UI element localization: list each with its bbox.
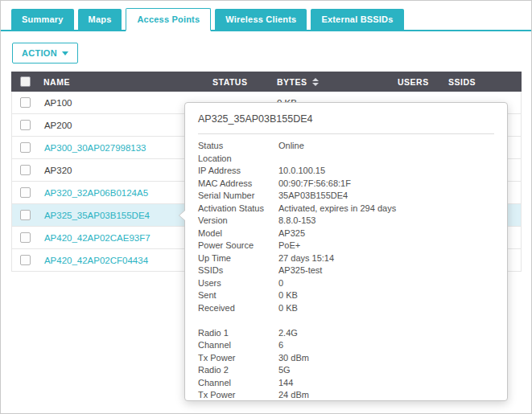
popover-field-row: Version 8.8.0-153 [198,215,494,227]
column-header-status[interactable]: STATUS [208,77,272,87]
row-checkbox-cell [12,142,39,153]
popover-field-label: Status [198,140,278,153]
popover-field-row [198,314,494,327]
row-checkbox[interactable] [20,210,31,220]
popover-field-label: Channel [198,339,278,352]
ap-name[interactable]: AP320_32AP06B0124A5 [44,188,148,198]
popover-field-value: 00:90:7F:56:68:1F [278,178,494,191]
popover-field-row: Sent 0 KB [198,289,494,302]
row-checkbox[interactable] [20,120,31,130]
popover-field-value: 144 [278,377,494,390]
ap-name: AP320 [44,166,72,175]
popover-field-value: 0 KB [278,289,494,302]
ap-name-cell: AP320 [39,166,208,175]
column-header-name[interactable]: NAME [39,77,208,87]
popover-field-label: Received [198,302,278,315]
popover-field-value: Online [278,140,494,153]
select-all-checkbox[interactable] [20,76,31,87]
popover-field-row: Up Time 27 days 15:14 [198,252,494,265]
popover-field-value [278,153,494,166]
popover-field-value: 0 [278,277,494,290]
popover-field-row: Activation Status Activated, expires in … [198,203,494,215]
row-checkbox-cell [12,165,39,175]
popover-field-label: Location [198,153,278,166]
popover-field-label: Up Time [198,252,278,265]
column-header-users[interactable]: USERS [393,77,443,87]
popover-field-value: AP325 [278,227,494,240]
row-checkbox-cell [12,120,39,130]
popover-field-label: MAC Address [198,178,278,191]
action-button[interactable]: ACTION [12,43,78,64]
ap-details-popover: AP325_35AP03B155DE4 Status Online Locati… [184,102,508,401]
popover-field-value: 35AP03B155DE4 [278,190,494,203]
column-header-bytes[interactable]: BYTES [272,77,393,87]
popover-field-row: Status Online [198,140,494,153]
ap-name[interactable]: AP300_30AP027998133 [44,143,146,153]
row-checkbox[interactable] [20,97,31,108]
row-checkbox-cell [12,97,39,108]
ap-name: AP100 [44,98,72,108]
popover-field-value: Activated, expires in 294 days [278,203,494,215]
row-checkbox[interactable] [20,142,31,153]
sort-asc-icon [312,78,319,81]
action-button-label: ACTION [22,48,57,58]
popover-field-row: Location [198,153,494,166]
sort-arrows-icon [312,78,319,86]
popover-field-label: Radio 2 [198,364,278,377]
popover-field-label: Sent [198,289,278,302]
popover-field-label: SSIDs [198,264,278,277]
popover-field-row: Users 0 [198,277,494,290]
tab-external-bssids[interactable]: External BSSIDs [311,9,403,30]
row-checkbox[interactable] [20,187,31,198]
ap-name-cell: AP100 [39,98,208,108]
popover-field-value: 6 [278,339,494,352]
ap-name[interactable]: AP420_42AP02CF04434 [44,256,148,265]
popover-field-row: Tx Power 30 dBm [198,352,494,365]
popover-field-label: Channel [198,377,278,390]
row-checkbox-cell [12,210,39,220]
table-header-row: NAME STATUS BYTES USERS SSIDS [11,72,522,92]
tab-summary[interactable]: Summary [11,9,74,30]
popover-title: AP325_35AP03B155DE4 [198,113,494,126]
caret-down-icon [62,51,68,55]
ap-name-cell: AP300_30AP027998133 [39,143,208,153]
row-checkbox[interactable] [20,232,31,243]
popover-field-label: Power Source [198,240,278,252]
tab-bar: SummaryMapsAccess PointsWireless Clients… [1,1,531,31]
ap-name[interactable]: AP420_42AP02CAE93F7 [44,233,151,243]
ap-name-cell: AP420_42AP02CF04434 [39,256,208,265]
popover-field-value: PoE+ [278,240,494,252]
select-all-cell [11,76,39,87]
popover-field-value: 30 dBm [278,352,494,365]
tab-wireless-clients[interactable]: Wireless Clients [215,9,307,30]
popover-field-row: Received 0 KB [198,302,494,315]
popover-field-label: Radio 1 [198,327,278,340]
popover-field-value [278,314,494,327]
popover-field-value: 24 dBm [278,389,494,402]
ap-name[interactable]: AP325_35AP03B155DE4 [44,211,150,220]
popover-pointer-fill-icon [179,211,185,220]
popover-field-label: Users [198,277,278,290]
column-header-bytes-label: BYTES [277,77,307,87]
popover-field-value: 10.0.100.15 [278,165,494,178]
access-points-page: SummaryMapsAccess PointsWireless Clients… [0,0,532,414]
popover-field-row: Tx Power 24 dBm [198,389,494,402]
popover-field-value: AP325-test [278,264,494,277]
row-checkbox-cell [12,232,39,243]
popover-field-row: Power Source PoE+ [198,240,494,252]
row-checkbox-cell [12,187,39,198]
popover-field-value: 8.8.0-153 [278,215,494,227]
popover-field-label: Tx Power [198,352,278,365]
tab-access-points[interactable]: Access Points [126,8,211,31]
ap-name: AP200 [44,121,72,130]
popover-field-value: 27 days 15:14 [278,252,494,265]
popover-field-row: SSIDs AP325-test [198,264,494,277]
popover-field-label: Activation Status [198,203,278,215]
column-header-ssids[interactable]: SSIDS [443,77,522,87]
popover-field-label: IP Address [198,165,278,178]
row-checkbox[interactable] [20,255,31,265]
tab-maps[interactable]: Maps [78,9,122,30]
popover-field-value: 0 KB [278,302,494,315]
row-checkbox[interactable] [20,165,31,175]
popover-field-row: Channel 144 [198,377,494,390]
